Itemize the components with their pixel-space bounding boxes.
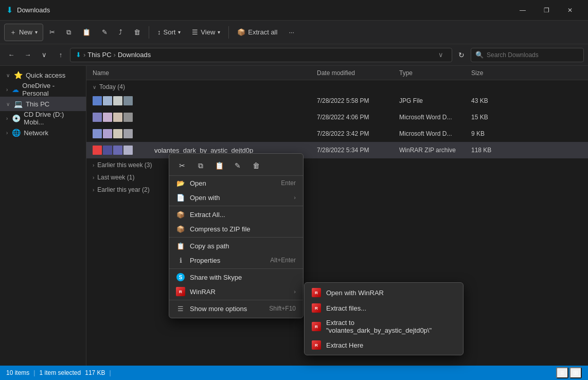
close-button[interactable]: ✕ [558, 2, 582, 19]
ctx-compress-zip-label: Compress to ZIP file [190, 225, 296, 233]
paste-button[interactable]: 📋 [77, 24, 96, 41]
back-button[interactable]: ← [4, 48, 19, 62]
ctx-copy-button[interactable]: ⧉ [192, 158, 209, 173]
extract-label: Extract all [248, 28, 277, 36]
table-row[interactable]: 7/28/2022 3:42 PM Microsoft Word D... 9 … [86, 125, 588, 142]
sidebar-label-network: Network [24, 129, 48, 137]
thumb-color-3 [113, 146, 122, 155]
ctx-rename-button[interactable]: ✎ [229, 158, 246, 173]
cut-icon: ✂ [49, 28, 55, 36]
thumb-color-3 [113, 129, 122, 138]
thumb-color-4 [123, 96, 133, 105]
sidebar-item-network[interactable]: › 🌐 Network [0, 125, 86, 140]
winrar-sub-icon-4: R [312, 340, 321, 350]
sidebar-item-onedrive[interactable]: › ☁ OneDrive - Personal [0, 82, 86, 97]
column-type[interactable]: Type [395, 69, 467, 77]
status-bar: 10 items | 1 item selected 117 KB | ≡ ⊞ [0, 366, 588, 380]
column-size[interactable]: Size [467, 69, 508, 77]
minimize-button[interactable]: — [511, 2, 534, 19]
ctx-open-with-item[interactable]: 📄 Open with › [169, 190, 303, 205]
ctx-cut-button[interactable]: ✂ [173, 158, 191, 173]
thumb-color-1 [93, 129, 102, 138]
sidebar-item-cd-drive[interactable]: › 💿 CD Drive (D:) Mobi... [0, 111, 86, 125]
properties-icon: ℹ [176, 256, 185, 264]
title-bar-title: Downloads [17, 6, 511, 14]
ctx-compress-zip-item[interactable]: 📦 Compress to ZIP file [169, 222, 303, 236]
winrar-extract-to-item[interactable]: R Extract to "volantes_dark_by_aystic_de… [305, 316, 463, 337]
forward-button[interactable]: → [21, 48, 35, 62]
thumb-color-1 [93, 96, 102, 105]
thumb-color-4 [123, 129, 133, 138]
network-icon: 🌐 [12, 129, 21, 137]
sidebar-item-quick-access[interactable]: ∨ ⭐ Quick access [0, 68, 86, 82]
search-input[interactable] [487, 51, 579, 59]
file-type: JPG File [395, 97, 467, 104]
ctx-copy-path-item[interactable]: 📋 Copy as path [169, 239, 303, 253]
ctx-properties-item[interactable]: ℹ Properties Alt+Enter [169, 253, 303, 267]
chevron-right-icon: › [6, 87, 8, 93]
items-count: 10 items [6, 369, 29, 376]
winrar-sub-icon-2: R [312, 303, 321, 313]
ctx-extract-all-item[interactable]: 📦 Extract All... [169, 207, 303, 222]
view-button[interactable]: ☰ View ▾ [187, 24, 225, 41]
ctx-show-more-item[interactable]: ☰ Show more options Shift+F10 [169, 301, 303, 316]
column-name[interactable]: Name [86, 69, 313, 77]
title-bar-icon: ⬇ [6, 5, 13, 15]
cut-button[interactable]: ✂ [44, 24, 60, 41]
chevron-collapsed-2-icon: › [93, 175, 94, 180]
rename-button[interactable]: ✎ [97, 24, 113, 41]
sort-icon: ↕ [157, 28, 161, 36]
refresh-button[interactable]: ↻ [454, 48, 469, 62]
paste-icon: 📋 [82, 28, 91, 36]
extract-all-button[interactable]: 📦 Extract all [232, 24, 282, 41]
file-list-header: Name Date modified Type Size [86, 66, 588, 80]
group-expand-icon: ∨ [93, 84, 96, 90]
group-earlier-week[interactable]: › Earlier this week (3) [86, 158, 588, 171]
sidebar-item-this-pc[interactable]: ∨ 💻 This PC [0, 97, 86, 111]
show-more-icon: ☰ [176, 304, 185, 313]
group-last-week-label: Last week (1) [97, 174, 134, 181]
copy-button[interactable]: ⧉ [61, 24, 76, 41]
ctx-share-skype-item[interactable]: S Share with Skype [169, 270, 303, 284]
extract-icon: 📦 [237, 28, 245, 36]
table-row[interactable]: 7/28/2022 5:58 PM JPG File 43 KB [86, 93, 588, 109]
ctx-paste-button[interactable]: 📋 [210, 158, 228, 173]
delete-button[interactable]: 🗑 [129, 24, 146, 41]
thumb-color-2 [103, 146, 112, 155]
up-button[interactable]: ↑ [54, 48, 68, 62]
ctx-winrar-item[interactable]: R WinRAR › R Open with WinRAR R Extract … [169, 284, 303, 299]
new-button[interactable]: ＋ New ▾ [4, 24, 43, 41]
group-earlier-year[interactable]: › Earlier this year (2) [86, 183, 588, 195]
winrar-open-item[interactable]: R Open with WinRAR [305, 285, 463, 300]
share-button[interactable]: ⤴ [114, 24, 128, 41]
path-sep-1: › [83, 51, 85, 59]
column-date[interactable]: Date modified [313, 69, 395, 77]
ctx-open-item[interactable]: 📂 Open Enter [169, 176, 303, 190]
selected-size: 117 KB [85, 369, 105, 376]
sidebar: ∨ ⭐ Quick access › ☁ OneDrive - Personal… [0, 66, 86, 366]
winrar-extract-here-item[interactable]: R Extract Here [305, 337, 463, 353]
new-label: New [19, 28, 32, 36]
ctx-delete-button[interactable]: 🗑 [247, 158, 265, 173]
list-view-button[interactable]: ≡ [556, 367, 568, 378]
path-dropdown-icon[interactable]: ∨ [435, 51, 447, 59]
winrar-extract-to-label: Extract to "volantes_dark_by_aystic_dejt… [326, 319, 456, 334]
more-icon: ··· [289, 28, 294, 36]
winrar-extract-files-item[interactable]: R Extract files... [305, 300, 463, 316]
file-size: 9 KB [467, 130, 508, 137]
address-path[interactable]: ⬇ › This PC › Downloads ∨ [70, 48, 452, 62]
more-options-button[interactable]: ··· [283, 24, 299, 41]
group-today[interactable]: ∨ Today (4) [86, 80, 588, 93]
grid-view-button[interactable]: ⊞ [569, 367, 582, 378]
winrar-logo: R [176, 287, 185, 296]
expand-nav-button[interactable]: ∨ [37, 48, 51, 62]
table-row[interactable]: volantes_dark_by_aystic_dejtd0p 7/28/202… [86, 142, 588, 158]
group-last-week[interactable]: › Last week (1) [86, 171, 588, 183]
thumb-color-4 [123, 113, 133, 122]
restore-button[interactable]: ❐ [534, 2, 558, 19]
address-bar: ← → ∨ ↑ ⬇ › This PC › Downloads ∨ ↻ 🔍 [0, 44, 588, 66]
sort-button[interactable]: ↕ Sort ▾ [152, 24, 186, 41]
file-date: 7/28/2022 5:58 PM [313, 97, 395, 104]
table-row[interactable]: 7/28/2022 4:06 PM Microsoft Word D... 15… [86, 109, 588, 125]
ctx-show-more-shortcut: Shift+F10 [269, 305, 296, 312]
